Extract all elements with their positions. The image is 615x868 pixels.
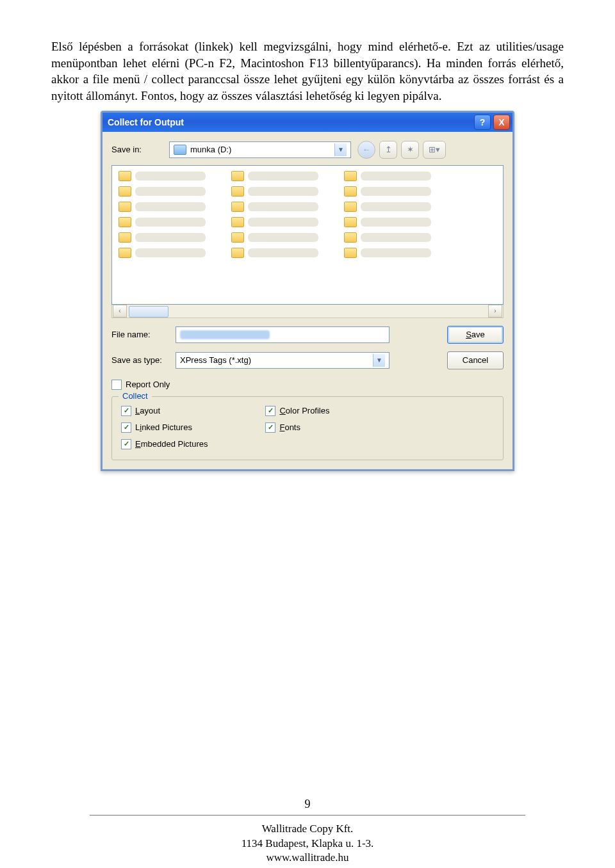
list-item[interactable] <box>231 202 318 212</box>
page-number: 9 <box>51 798 564 811</box>
collect-group-title: Collect <box>119 391 152 401</box>
checkbox-icon <box>111 380 122 390</box>
file-name-input[interactable] <box>176 326 390 343</box>
folder-icon <box>344 217 357 227</box>
checkbox-icon: ✓ <box>121 439 131 449</box>
folder-icon <box>119 186 131 197</box>
checkbox-icon: ✓ <box>121 422 131 433</box>
folder-icon <box>231 217 244 227</box>
list-item[interactable] <box>231 248 318 258</box>
folder-icon <box>344 202 357 212</box>
save-as-type-combo[interactable]: XPress Tags (*.xtg) ▼ <box>176 352 390 369</box>
save-in-value: munka (D:) <box>190 145 231 154</box>
color-profiles-checkbox[interactable]: ✓ Color Profiles <box>265 406 329 416</box>
scroll-left-button[interactable]: ‹ <box>113 305 127 317</box>
footer-line-1: Wallitrade Copy Kft. <box>51 822 564 837</box>
list-item[interactable] <box>344 202 431 212</box>
list-item[interactable] <box>119 171 206 181</box>
cancel-button[interactable]: Cancel <box>447 351 504 369</box>
scroll-track[interactable] <box>127 305 488 317</box>
scroll-thumb[interactable] <box>129 306 168 317</box>
horizontal-scrollbar[interactable]: ‹ › <box>111 305 504 318</box>
list-item[interactable] <box>344 232 431 243</box>
file-name-value <box>180 330 270 339</box>
nav-back-button[interactable]: ← <box>357 141 375 159</box>
embedded-pictures-checkbox[interactable]: ✓ Embedded Pictures <box>121 439 208 449</box>
fonts-checkbox[interactable]: ✓ Fonts <box>265 422 329 433</box>
save-as-type-value: XPress Tags (*.xtg) <box>180 355 251 365</box>
layout-checkbox[interactable]: ✓ Layout <box>121 406 208 416</box>
nav-up-button[interactable]: ↥ <box>379 141 397 159</box>
folder-icon <box>344 248 357 258</box>
folder-icon <box>231 171 244 181</box>
footer-line-2: 1134 Budapest, Klapka u. 1-3. <box>51 837 564 851</box>
list-item[interactable] <box>231 186 318 197</box>
save-button[interactable]: Save <box>447 326 504 344</box>
save-as-type-label: Save as type: <box>111 355 169 365</box>
nav-views-button[interactable]: ⊞▾ <box>423 141 446 159</box>
collect-for-output-dialog: Collect for Output ? X Save in: munka (D… <box>101 111 514 471</box>
nav-newfolder-button[interactable]: ✶ <box>401 141 419 159</box>
checkbox-icon: ✓ <box>265 422 275 433</box>
folder-icon <box>344 232 357 243</box>
folder-icon <box>231 186 244 197</box>
close-button[interactable]: X <box>493 115 510 130</box>
list-item[interactable] <box>344 171 431 181</box>
list-item[interactable] <box>119 217 206 227</box>
file-name-label: File name: <box>111 330 169 339</box>
folder-icon <box>231 202 244 212</box>
list-item[interactable] <box>119 248 206 258</box>
report-only-checkbox[interactable]: Report Only <box>111 380 504 390</box>
collect-group: Collect ✓ Layout ✓ Linked Pictures <box>111 396 504 460</box>
list-item[interactable] <box>119 186 206 197</box>
list-item[interactable] <box>119 202 206 212</box>
titlebar: Collect for Output ? X <box>102 113 512 132</box>
folder-icon <box>119 171 131 181</box>
folder-icon <box>119 202 131 212</box>
body-paragraph: Első lépésben a forrásokat (linkek) kell… <box>51 38 564 104</box>
linked-pictures-checkbox[interactable]: ✓ Linked Pictures <box>121 422 208 433</box>
chevron-down-icon[interactable]: ▼ <box>373 354 385 367</box>
folder-icon <box>119 217 131 227</box>
page-footer: 9 Wallitrade Copy Kft. 1134 Budapest, Kl… <box>51 798 564 866</box>
list-item[interactable] <box>344 217 431 227</box>
folder-icon <box>344 186 357 197</box>
folder-icon <box>231 232 244 243</box>
folder-icon <box>231 248 244 258</box>
list-item[interactable] <box>344 248 431 258</box>
report-only-label: Report Only <box>126 380 170 389</box>
list-item[interactable] <box>231 232 318 243</box>
save-in-label: Save in: <box>111 145 169 154</box>
save-in-combo[interactable]: munka (D:) ▼ <box>169 141 351 158</box>
list-item[interactable] <box>231 217 318 227</box>
folder-icon <box>119 248 131 258</box>
footer-line-3: www.wallitrade.hu <box>51 851 564 865</box>
chevron-down-icon[interactable]: ▼ <box>334 143 347 156</box>
folder-icon <box>119 232 131 243</box>
drive-icon <box>174 145 186 155</box>
checkbox-icon: ✓ <box>121 406 131 416</box>
folder-icon <box>344 171 357 181</box>
dialog-title: Collect for Output <box>108 117 472 127</box>
list-item[interactable] <box>231 171 318 181</box>
list-item[interactable] <box>119 232 206 243</box>
help-button[interactable]: ? <box>474 115 491 130</box>
checkbox-icon: ✓ <box>265 406 275 416</box>
scroll-right-button[interactable]: › <box>488 305 502 317</box>
file-list-pane[interactable] <box>111 165 504 305</box>
list-item[interactable] <box>344 186 431 197</box>
